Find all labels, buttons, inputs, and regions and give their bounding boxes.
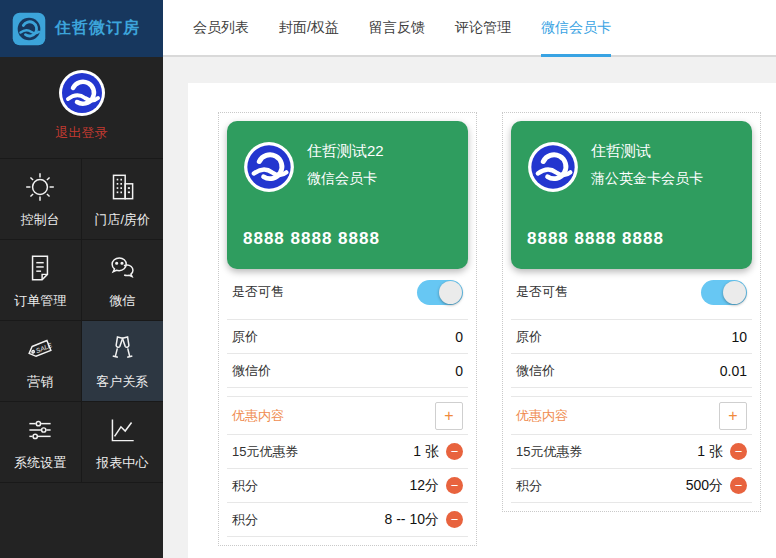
wechat-icon	[105, 251, 139, 285]
sidebar-account: 退出登录	[0, 57, 163, 158]
sliders-icon	[23, 413, 57, 447]
tab-wechat-member-card[interactable]: 微信会员卡	[541, 0, 611, 55]
member-card-panel-1: 住哲测试22 微信会员卡 8888 8888 8888 是否可售 原价 0 微信…	[218, 112, 477, 546]
discount-value: 8 -- 10分	[385, 511, 439, 529]
discount-value: 500分	[686, 477, 723, 495]
price-label: 微信价	[232, 362, 271, 380]
line-chart-icon	[105, 413, 139, 447]
price-row: 微信价 0.01	[511, 353, 752, 387]
price-group: 原价 0 微信价 0	[227, 319, 468, 388]
remove-discount-button[interactable]: −	[730, 443, 747, 460]
logout-link[interactable]: 退出登录	[56, 124, 108, 142]
discount-header-row: 优惠内容 +	[227, 396, 468, 434]
app-title: 住哲微订房	[55, 18, 140, 39]
sidebar-item-label: 系统设置	[14, 454, 66, 472]
sellable-label: 是否可售	[516, 283, 568, 301]
sidebar-item-settings[interactable]: 系统设置	[0, 401, 82, 482]
discount-value: 12分	[409, 477, 439, 495]
member-card-panel-2: 住哲测试 蒲公英金卡会员卡 8888 8888 8888 是否可售 原价 10 …	[502, 112, 761, 512]
sale-tag-icon: SALE	[23, 332, 57, 366]
sidebar-item-label: 控制台	[21, 211, 60, 229]
sidebar-item-stores-rates[interactable]: 门店/房价	[82, 158, 164, 239]
sidebar-item-reports[interactable]: 报表中心	[82, 401, 164, 482]
tab-cover-rights[interactable]: 封面/权益	[279, 0, 339, 55]
sellable-toggle[interactable]	[701, 280, 747, 305]
price-value: 0	[455, 329, 463, 345]
remove-discount-button[interactable]: −	[730, 477, 747, 494]
discount-label: 积分	[232, 511, 258, 529]
document-icon	[23, 251, 57, 285]
discount-header-row: 优惠内容 +	[511, 396, 752, 434]
remove-discount-button[interactable]: −	[446, 511, 463, 528]
discount-row: 积分 12分 −	[227, 468, 468, 502]
discount-row: 15元优惠券 1 张 −	[227, 434, 468, 468]
discount-header-label: 优惠内容	[516, 407, 568, 425]
tab-member-list[interactable]: 会员列表	[193, 0, 249, 55]
content-panel: 住哲测试22 微信会员卡 8888 8888 8888 是否可售 原价 0 微信…	[188, 83, 776, 558]
tab-feedback[interactable]: 留言反馈	[369, 0, 425, 55]
app-window: 住哲微订房 会员列表 封面/权益 留言反馈 评论管理 微信会员卡 退出登录	[0, 0, 776, 558]
sidebar-item-label: 营销	[27, 373, 53, 391]
sellable-row: 是否可售	[227, 273, 468, 311]
card-number: 8888 8888 8888	[527, 229, 664, 249]
card-subtitle: 微信会员卡	[307, 170, 384, 188]
discount-label: 15元优惠券	[516, 443, 582, 461]
card-title: 住哲测试	[591, 142, 703, 161]
sellable-toggle[interactable]	[417, 280, 463, 305]
discount-row: 积分 8 -- 10分 −	[227, 502, 468, 536]
sidebar-item-label: 微信	[109, 292, 135, 310]
price-label: 微信价	[516, 362, 555, 380]
discount-label: 15元优惠券	[232, 443, 298, 461]
buildings-icon	[105, 170, 139, 204]
discount-value: 1 张	[413, 443, 439, 461]
price-group: 原价 10 微信价 0.01	[511, 319, 752, 388]
discount-row: 15元优惠券 1 张 −	[511, 434, 752, 468]
card-logo-icon	[527, 141, 579, 193]
remove-discount-button[interactable]: −	[446, 477, 463, 494]
price-row: 原价 10	[511, 319, 752, 353]
tab-comment-manage[interactable]: 评论管理	[455, 0, 511, 55]
discount-group: 优惠内容 + 15元优惠券 1 张 − 积分 500分 −	[511, 396, 752, 503]
price-label: 原价	[232, 328, 258, 346]
dashboard-sun-icon	[23, 170, 57, 204]
price-value: 0.01	[720, 363, 747, 379]
sidebar-item-orders[interactable]: 订单管理	[0, 239, 82, 320]
discount-label: 积分	[516, 477, 542, 495]
account-logo-icon	[58, 69, 106, 117]
discount-value: 1 张	[697, 443, 723, 461]
sidebar-item-wechat[interactable]: 微信	[82, 239, 164, 320]
sidebar-item-customer-relations[interactable]: 客户关系	[82, 320, 164, 401]
brand-logo-icon	[12, 12, 46, 46]
sellable-row: 是否可售	[511, 273, 752, 311]
sidebar-item-label: 门店/房价	[94, 211, 150, 229]
card-title: 住哲测试22	[307, 142, 384, 161]
sidebar-item-label: 报表中心	[96, 454, 148, 472]
sidebar-item-label: 订单管理	[14, 292, 66, 310]
brand-header: 住哲微订房	[0, 0, 163, 57]
toggle-knob	[723, 281, 746, 304]
wine-glasses-icon	[105, 332, 139, 366]
discount-group: 优惠内容 + 15元优惠券 1 张 − 积分 12分 −	[227, 396, 468, 537]
price-label: 原价	[516, 328, 542, 346]
sidebar-item-label: 客户关系	[96, 373, 148, 391]
add-discount-button[interactable]: +	[435, 402, 463, 430]
member-card-preview: 住哲测试 蒲公英金卡会员卡 8888 8888 8888	[511, 121, 752, 269]
price-row: 微信价 0	[227, 353, 468, 387]
toggle-knob	[439, 281, 462, 304]
discount-row: 积分 500分 −	[511, 468, 752, 502]
top-tabs-bar: 会员列表 封面/权益 留言反馈 评论管理 微信会员卡	[163, 0, 776, 57]
remove-discount-button[interactable]: −	[446, 443, 463, 460]
card-number: 8888 8888 8888	[243, 229, 380, 249]
card-logo-icon	[243, 141, 295, 193]
add-discount-button[interactable]: +	[719, 402, 747, 430]
sidebar: 退出登录 控制台	[0, 57, 163, 558]
member-card-preview: 住哲测试22 微信会员卡 8888 8888 8888	[227, 121, 468, 269]
discount-label: 积分	[232, 477, 258, 495]
price-row: 原价 0	[227, 319, 468, 353]
sellable-label: 是否可售	[232, 283, 284, 301]
sidebar-item-dashboard[interactable]: 控制台	[0, 158, 82, 239]
card-subtitle: 蒲公英金卡会员卡	[591, 170, 703, 188]
sidebar-item-marketing[interactable]: SALE 营销	[0, 320, 82, 401]
svg-text:SALE: SALE	[35, 341, 54, 354]
price-value: 0	[455, 363, 463, 379]
